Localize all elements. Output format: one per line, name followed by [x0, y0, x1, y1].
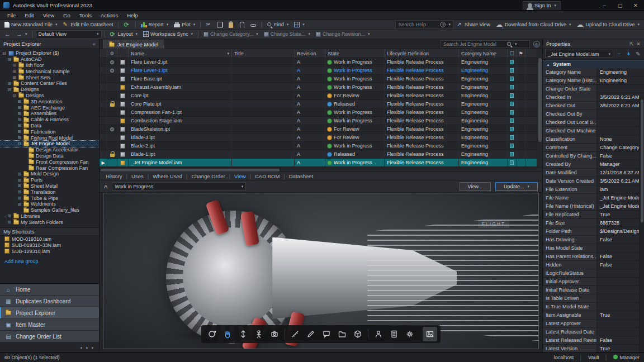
minimize-button[interactable]: –	[598, 1, 610, 11]
cell-checkbox[interactable]	[508, 100, 517, 108]
cell-checkbox[interactable]	[508, 159, 517, 166]
add-new-group-link[interactable]: Add new group	[0, 254, 99, 266]
toolbar-button-layout[interactable]: Layout▾	[108, 30, 140, 39]
tab-cad-bom[interactable]: CAD BOM	[253, 173, 281, 179]
tree-node-designs[interactable]: ⊟Designs	[0, 87, 99, 93]
property-row-file-name-historical[interactable]: File Name (Historical)_Jet Engine Model.…	[543, 202, 644, 211]
toolbar-button-cut[interactable]	[203, 21, 214, 29]
share-view-button[interactable]: Share View	[454, 21, 493, 29]
property-row-latest-released-revisi[interactable]: Latest Released Revisi...False	[543, 336, 644, 345]
collapse-node-icon[interactable]: ⊟	[7, 87, 12, 92]
file-row-core-plate-ipt[interactable]: Core Plate.iptAReleasedFlexible Release …	[100, 100, 542, 108]
tree-node-fishing-rod-model[interactable]: ⊞Fishing Rod Model	[0, 135, 99, 141]
column-header-state[interactable]: State	[325, 49, 385, 58]
property-row-has-parent-relations[interactable]: Has Parent Relations...False	[543, 253, 644, 261]
property-row-is-table-driven[interactable]: Is Table Driven	[543, 294, 644, 303]
cell-checkbox[interactable]	[508, 92, 517, 99]
property-row-category-name-hist[interactable]: Category Name (Hist...Engineering	[543, 77, 644, 85]
state-filter-combo[interactable]: Work in Progress ▾	[112, 182, 246, 190]
file-row-compression-fan-1-ipt[interactable]: Compression Fan-1.iptAWork in ProgressFl…	[100, 108, 542, 117]
tree-node-my-search-folders[interactable]: ⊞My Search Folders	[0, 219, 99, 225]
toolbar-button-paste[interactable]	[226, 21, 235, 29]
expand-node-icon[interactable]: ⊞	[17, 183, 22, 188]
viewer-tool-first-person[interactable]	[252, 327, 266, 341]
cell-checkbox[interactable]	[508, 117, 517, 125]
expand-node-icon[interactable]: ⊞	[17, 99, 22, 104]
column-header-flag[interactable]: ⚑	[517, 49, 525, 58]
tab-datasheet[interactable]: Datasheet	[287, 173, 315, 179]
shortcut-mod-019310-iam[interactable]: MOD-019310.iam	[0, 236, 99, 242]
property-row-ilogicrulestatus[interactable]: iLogicRuleStatus	[543, 269, 644, 278]
system-section-header[interactable]: ▲ System	[543, 60, 644, 68]
file-row-flare-lever-2-ipt[interactable]: Flare Lever-2.iptAWork in ProgressFlexib…	[100, 58, 542, 66]
cell-checkbox[interactable]	[508, 75, 517, 83]
help-search-box[interactable]: ? ▾	[395, 21, 453, 29]
menu-item-tools[interactable]: Tools	[75, 12, 96, 19]
collapse-node-icon[interactable]: ⊟	[12, 93, 17, 98]
file-row-blade-3-ipt[interactable]: Blade-3.iptAFor ReviewFlexible Release P…	[100, 134, 542, 142]
cell-checkbox[interactable]	[508, 150, 517, 158]
viewer-tool-pan[interactable]	[220, 327, 235, 341]
collapse-panel-icon[interactable]: «	[93, 41, 96, 47]
property-row-checked-in[interactable]: Checked In3/5/2022 6:21 AM	[543, 93, 644, 102]
property-row-classification[interactable]: ClassificationNone	[543, 135, 644, 144]
tree-node-sheet-metal[interactable]: ⊞Sheet Metal	[0, 183, 99, 189]
toolbar-button-report[interactable]: Report▾	[139, 21, 171, 29]
expand-node-icon[interactable]: ⊞	[12, 63, 17, 68]
cell-checkbox[interactable]	[508, 108, 517, 116]
tree-node-design-accelerator[interactable]: Design Accelerator	[0, 147, 99, 153]
property-row-hidden[interactable]: HiddenFalse	[543, 261, 644, 269]
tree-node-translation[interactable]: ⊞Translation	[0, 189, 99, 195]
column-header-title[interactable]: Title	[232, 49, 295, 58]
viewer-tool-zoom[interactable]	[236, 327, 250, 341]
tree-node-weldments[interactable]: ⊞Weldments	[0, 201, 99, 207]
sidebar-item-duplicates-dashboard[interactable]: ▦Duplicates Dashboard	[0, 296, 99, 307]
more-options-button[interactable]: • • •	[0, 342, 99, 353]
grid-search-input[interactable]	[443, 41, 505, 47]
viewer-tool-camera[interactable]	[267, 327, 282, 341]
property-row-checked-out-by[interactable]: Checked Out By	[543, 110, 644, 118]
tree-node-assemblies[interactable]: ⊞Assemblies	[0, 111, 99, 117]
viewer-tool-settings[interactable]	[402, 327, 417, 341]
menu-item-view[interactable]: View	[39, 12, 58, 19]
back-button[interactable]	[2, 30, 13, 39]
property-row-controlled-by-chang[interactable]: Controlled By Chang...False	[543, 152, 644, 160]
add-property-button[interactable]: +	[625, 50, 632, 58]
edit-properties-icon[interactable]: ✎	[634, 50, 642, 58]
jet-engine-model-render[interactable]	[138, 203, 504, 334]
horizontal-scrollbar[interactable]	[100, 167, 542, 172]
viewer-tool-screenshot[interactable]	[423, 327, 437, 341]
toolbar-button-edit-file-datasheet[interactable]: Edit File Datasheet	[61, 21, 116, 29]
collapse-node-icon[interactable]: ⊟	[7, 57, 12, 62]
upload-to-cloud-drive-button[interactable]: Upload to Cloud Drive ▾	[574, 21, 642, 29]
viewer-tool-pencil[interactable]	[304, 327, 318, 341]
property-row-latest-released-date[interactable]: Latest Released Date	[543, 328, 644, 336]
viewer-tool-markup[interactable]	[319, 327, 334, 341]
file-row-flare-lever-1-ipt[interactable]: Flare Lever-1.iptAWork in ProgressFlexib…	[100, 66, 542, 75]
tree-node-tube-pipe[interactable]: ⊞Tube & Pipe	[0, 195, 99, 201]
file-row-flare-base-ipt[interactable]: Flare Base.iptAWork in ProgressFlexible …	[100, 75, 542, 83]
expand-node-icon[interactable]: ⊞	[17, 196, 22, 201]
3d-viewport[interactable]: FLIGHT	[103, 193, 539, 349]
property-row-category-name[interactable]: Category NameEngineering	[543, 68, 644, 77]
tree-node-rear-compression-fan[interactable]: Rear Compression Fan	[0, 165, 99, 171]
toolbar-button-find[interactable]: Find▾	[264, 21, 291, 29]
expand-node-icon[interactable]: ⊞	[17, 172, 22, 177]
property-row-has-model-state[interactable]: Has Model State	[543, 244, 644, 253]
file-row-blade-1-ipt[interactable]: Blade-1.iptAReleasedFlexible Release Pro…	[100, 150, 542, 159]
toolbar-button-sync[interactable]	[122, 21, 132, 29]
tree-node-8th-floor[interactable]: ⊞8th floor	[0, 63, 99, 69]
tree-node-cable-harness[interactable]: ⊞Cable & Harness	[0, 117, 99, 123]
toolbar-button-change-category[interactable]: Change Category...▾	[201, 30, 261, 39]
file-row-jet-engine-model-iam[interactable]: ▶_Jet Engine Model.iamAWork in ProgressF…	[100, 159, 542, 167]
viewer-tool-measure[interactable]	[288, 327, 302, 341]
file-row-core-ipt[interactable]: Core.iptAFor ReviewFlexible Release Proc…	[100, 92, 542, 100]
tree-node-designs[interactable]: ⊟Designs	[0, 93, 99, 99]
property-row-checked-out-local-s[interactable]: Checked Out Local S...	[543, 118, 644, 127]
sign-in-button[interactable]: Sign In ▾	[523, 1, 561, 9]
grid-search-box[interactable]: ▾	[441, 40, 530, 48]
sidebar-item-project-explorer[interactable]: Project Explorer	[0, 307, 99, 319]
advanced-search-icon[interactable]: ◎	[533, 41, 540, 47]
maximize-button[interactable]: ▢	[614, 1, 626, 11]
expand-node-icon[interactable]: ⊞	[17, 111, 22, 116]
